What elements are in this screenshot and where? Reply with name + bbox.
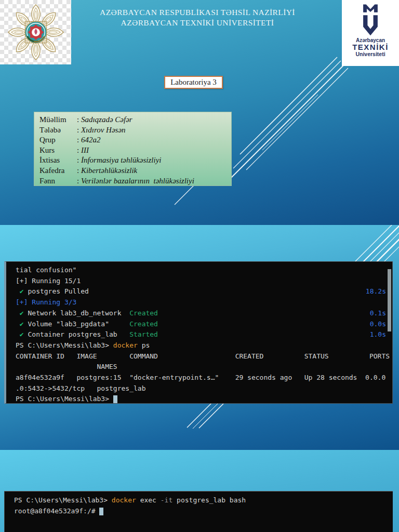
info-value: 642a2: [81, 135, 101, 145]
terminal-text-segment: [16, 286, 20, 297]
terminal-text-segment: NAMES: [16, 362, 117, 373]
terminal-text-segment: CONTAINER ID IMAGE COMMAND CREATED STATU…: [16, 351, 390, 362]
aztu-logo-text-suffix: Universiteti: [342, 51, 399, 57]
terminal-text-segment: [16, 329, 20, 340]
ministry-emblem-logo: [0, 0, 71, 64]
terminal-text-segment: tial confusion": [16, 265, 76, 276]
terminal-docker-exec: PS C:\Users\Messi\lab3> docker exec -it …: [4, 491, 393, 532]
terminal-line: PS C:\Users\Messi\lab3>: [16, 394, 386, 404]
aztu-logo-text-name: TEXNİKİ: [342, 43, 399, 51]
terminal-line: PS C:\Users\Messi\lab3> docker exec -it …: [14, 495, 387, 506]
info-row: Fənn: Verilənlər bazalarının təhlükəsizl…: [39, 176, 227, 187]
terminal-text-segment: [16, 308, 20, 319]
terminal-line: a8f04e532a9f postgres:15 "docker-entrypo…: [16, 373, 386, 383]
terminal-text-segment: Volume "lab3_pgdata": [24, 319, 130, 330]
terminal-text-segment: postgres Pulled: [24, 286, 89, 297]
aztu-logo-mark-icon: [360, 4, 381, 37]
terminal-text-segment: ✔: [20, 286, 24, 297]
info-colon: :: [77, 155, 81, 166]
terminal-text-segment: [+] Running 15/1: [16, 276, 81, 287]
terminal-text-segment: ✔: [20, 329, 24, 340]
terminal-line: CONTAINER ID IMAGE COMMAND CREATED STATU…: [16, 351, 386, 362]
terminal-text-segment: .0:5432->5432/tcp postgres_lab: [16, 383, 145, 394]
slide-3-terminal: PS C:\Users\Messi\lab3> docker exec -it …: [0, 450, 399, 532]
terminal-line: ✔ postgres Pulled18.2s: [16, 286, 386, 297]
terminal-text-segment: postgres_lab bash: [172, 495, 246, 506]
lab-title: Laboratoriya 3: [170, 78, 217, 87]
terminal-scrollbar-thumb: [388, 269, 391, 331]
info-label: Qrup: [39, 135, 77, 145]
terminal-text-segment: Created: [129, 319, 158, 330]
info-value: Verilənlər bazalarının təhlükəsizliyi: [81, 176, 194, 187]
info-label: İxtisas: [39, 155, 77, 166]
terminal-text-segment: ✔: [20, 319, 24, 330]
info-colon: :: [77, 135, 81, 145]
terminal-line: .0:5432->5432/tcp postgres_lab: [16, 383, 386, 394]
info-row: Kurs: III: [39, 145, 227, 156]
terminal-text-segment: ps: [138, 340, 150, 351]
terminal-cursor: [113, 395, 117, 403]
terminal-text-segment: Created: [129, 308, 158, 319]
terminal-text-segment: PS C:\Users\Messi\lab3>: [14, 495, 112, 506]
info-label: Kafedra: [39, 166, 77, 176]
info-value: Sadıqzadə Cəfər: [81, 115, 132, 125]
info-row: İxtisas: İnformasiya təhlükəsizliyi: [39, 155, 227, 166]
terminal-text-segment: PS C:\Users\Messi\lab3>: [16, 340, 113, 351]
terminal-text-segment: 1.0s: [370, 329, 386, 340]
info-value: Kibertəhlükəsizlik: [81, 166, 137, 176]
ministry-emblem-icon: [5, 2, 66, 63]
terminal-line: PS C:\Users\Messi\lab3> docker ps: [16, 340, 386, 351]
terminal-line: root@a8f04e532a9f:/#: [14, 506, 387, 517]
terminal-text-segment: a8f04e532a9f postgres:15 "docker-entrypo…: [16, 373, 385, 383]
info-value: Xıdırov Həsən: [81, 125, 126, 136]
terminal-line: tial confusion": [16, 265, 386, 276]
terminal-text-segment: exec: [136, 495, 161, 506]
terminal-text-segment: ✔: [20, 308, 24, 319]
terminal-text-segment: Network lab3_db_network: [24, 308, 130, 319]
header-line-1: AZƏRBAYCAN RESPUBLİKASI TƏHSİL NAZİRLİYİ: [73, 7, 322, 18]
terminal-text-segment: Container postgres_lab: [24, 329, 130, 340]
header-line-2: AZƏRBAYCAN TEXNİKİ UNİVERSİTETİ: [73, 18, 322, 28]
terminal-text-segment: [16, 319, 20, 330]
terminal-text-segment: 18.2s: [366, 286, 386, 297]
terminal-text-segment: docker: [112, 495, 136, 506]
terminal-docker-ps: tial confusion"[+] Running 15/1 ✔ postgr…: [4, 261, 393, 404]
terminal-cursor: [99, 508, 103, 515]
student-info-box: Müəllim: Sadıqzadə CəfərTələbə: Xıdırov …: [34, 112, 232, 186]
slide-1-title: AZƏRBAYCAN RESPUBLİKASI TƏHSİL NAZİRLİYİ…: [0, 0, 399, 225]
terminal-line: ✔ Container postgres_lab Started1.0s: [16, 329, 386, 340]
info-value: İnformasiya təhlükəsizliyi: [81, 155, 162, 166]
slide-2-terminal: tial confusion"[+] Running 15/1 ✔ postgr…: [0, 225, 399, 450]
terminal-text-segment: -it: [161, 495, 172, 506]
info-row: Kafedra: Kibertəhlükəsizlik: [39, 166, 227, 176]
terminal-line: NAMES: [16, 362, 386, 373]
presentation-page: AZƏRBAYCAN RESPUBLİKASI TƏHSİL NAZİRLİYİ…: [0, 0, 399, 532]
terminal-text-segment: root@a8f04e532a9f:/#: [14, 506, 99, 517]
terminal-text-segment: 0.1s: [370, 308, 386, 319]
terminal-line: [+] Running 15/1: [16, 276, 386, 287]
terminal-text-segment: docker: [113, 340, 138, 351]
info-row: Tələbə: Xıdırov Həsən: [39, 125, 227, 136]
info-colon: :: [77, 176, 81, 187]
info-label: Fənn: [39, 176, 77, 187]
slide-header: AZƏRBAYCAN RESPUBLİKASI TƏHSİL NAZİRLİYİ…: [73, 7, 322, 28]
info-colon: :: [77, 125, 81, 136]
terminal-text-segment: [+] Running 3/3: [16, 297, 76, 308]
info-label: Müəllim: [39, 115, 77, 125]
info-colon: :: [77, 166, 81, 176]
info-colon: :: [77, 145, 81, 156]
lab-title-box: Laboratoriya 3: [164, 76, 223, 89]
terminal-text-segment: 0.0s: [370, 319, 386, 330]
info-value: III: [81, 145, 89, 156]
terminal-line: [+] Running 3/3: [16, 297, 386, 308]
terminal-line: ✔ Volume "lab3_pgdata" Created0.0s: [16, 319, 386, 330]
info-label: Kurs: [39, 145, 77, 156]
info-row: Qrup: 642a2: [39, 135, 227, 145]
terminal-text-segment: Started: [129, 329, 158, 340]
info-label: Tələbə: [39, 125, 77, 136]
terminal-text-segment: PS C:\Users\Messi\lab3>: [16, 394, 113, 404]
aztu-logo-box: Azərbaycan TEXNİKİ Universiteti: [342, 0, 399, 66]
info-colon: :: [77, 115, 81, 125]
info-row: Müəllim: Sadıqzadə Cəfər: [39, 115, 227, 125]
terminal-line: ✔ Network lab3_db_network Created0.1s: [16, 308, 386, 319]
